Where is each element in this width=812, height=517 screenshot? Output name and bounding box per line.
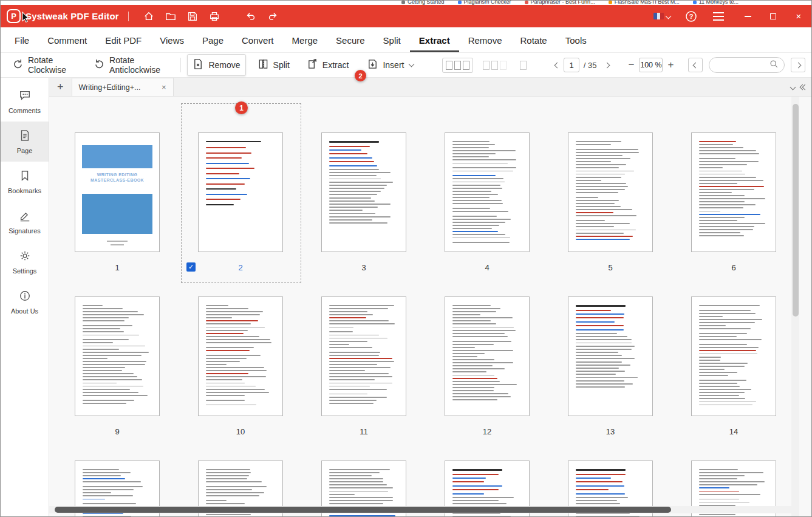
tab-close-icon[interactable]: × (162, 83, 166, 92)
bookmark-favicon (525, 1, 528, 4)
menu-item-split[interactable]: Split (374, 29, 410, 52)
toolbar: Rotate Clockwise Rotate Anticlockwise Re… (1, 53, 811, 78)
page-label-row: 1 (75, 262, 160, 273)
page-thumbnail[interactable] (75, 296, 160, 416)
page-thumbnail[interactable]: WRITING EDITINGMASTERCLASS-EBOOK (75, 132, 160, 252)
rotate-anticlockwise-button[interactable]: Rotate Anticlockwise (88, 51, 174, 79)
language-selector[interactable] (653, 13, 670, 19)
bookmark-label: Getting Started (408, 1, 445, 5)
menu-hamburger-icon[interactable] (713, 12, 724, 21)
redo-icon[interactable] (262, 8, 284, 24)
menu-item-tools[interactable]: Tools (556, 29, 596, 52)
view-mode-single-button[interactable] (516, 58, 530, 73)
page-cell: 6 (691, 132, 776, 273)
search-input[interactable] (709, 57, 785, 73)
next-page-button[interactable] (601, 62, 613, 69)
previous-page-button[interactable] (551, 62, 564, 69)
bookmark-item-flashsale-masti-best-m[interactable]: FlashSale MaSTI Best M... (609, 1, 680, 5)
remove-button[interactable]: Remove (187, 54, 245, 76)
page-thumbnail[interactable] (691, 132, 776, 252)
maximize-button[interactable] (760, 7, 786, 26)
page-number: 12 (483, 427, 491, 436)
menu-item-comment[interactable]: Comment (38, 29, 96, 52)
sidebar-item-label: About Us (11, 307, 38, 315)
page-thumbnail[interactable] (691, 296, 776, 416)
vertical-scrollbar-thumb[interactable] (793, 104, 799, 317)
sidebar-item-comments[interactable]: Comments (1, 81, 49, 122)
menu-bar: FileCommentEdit PDFViewsPageConvertMerge… (1, 27, 811, 53)
bookmark-item-plagiarism-checker[interactable]: Plagiarism Checker (458, 1, 511, 5)
horizontal-scrollbar-thumb[interactable] (55, 507, 671, 513)
open-folder-icon[interactable] (160, 8, 182, 24)
rotate-clockwise-button[interactable]: Rotate Clockwise (7, 51, 83, 79)
close-button[interactable]: × (786, 7, 811, 26)
collapse-toolbar-icon[interactable] (790, 84, 796, 90)
horizontal-scrollbar[interactable] (49, 506, 791, 513)
add-tab-button[interactable]: + (49, 81, 72, 94)
page-cell: 14 (691, 296, 776, 437)
page-label-row: 4 (445, 262, 530, 273)
bookmark-item-getting-started[interactable]: Getting Started (401, 1, 445, 5)
search-previous-button[interactable] (688, 58, 703, 72)
menu-item-secure[interactable]: Secure (327, 29, 374, 52)
bookmark-item-11-monkeys-te[interactable]: 11 Monkeys te... (693, 1, 739, 5)
menu-item-file[interactable]: File (5, 29, 38, 52)
page-thumbnail[interactable] (198, 296, 283, 416)
page-label-row: 14 (691, 426, 776, 437)
minimize-button[interactable] (735, 7, 760, 26)
bookmark-label: FlashSale MaSTI Best M... (615, 1, 680, 5)
bookmark-item-paraphraser-best-funn[interactable]: Paraphraser - Best Funn... (525, 1, 595, 5)
page-label-row: 10 (198, 426, 283, 437)
about-icon (19, 290, 31, 303)
insert-page-icon (367, 58, 378, 72)
page-thumbnail[interactable] (321, 132, 406, 252)
page-number: 4 (485, 263, 489, 272)
view-mode-double-button[interactable] (479, 58, 510, 73)
zoom-level-select[interactable]: 100 % (639, 58, 663, 72)
view-mode-multi-button[interactable] (442, 58, 473, 73)
rotate-anticlockwise-icon (94, 58, 105, 72)
document-tab[interactable]: Writing+Editing+... × (72, 78, 174, 96)
page-thumbnail[interactable] (321, 296, 406, 416)
extract-button[interactable]: Extract (301, 54, 355, 76)
menu-item-convert[interactable]: Convert (233, 29, 283, 52)
page-label-row: 9 (75, 426, 160, 437)
page-label-row: 11 (321, 426, 406, 437)
sidebar-item-page[interactable]: Page (1, 122, 49, 162)
sidebar-item-signatures[interactable]: Signatures (1, 202, 49, 242)
page-thumbnail[interactable] (568, 132, 653, 252)
page-cell: 12 (445, 296, 530, 437)
menu-item-merge[interactable]: Merge (283, 29, 327, 52)
insert-button[interactable]: Insert (361, 54, 419, 76)
tutorial-step-2-badge: 2 (355, 70, 366, 81)
sidebar-item-bookmarks[interactable]: Bookmarks (1, 162, 49, 202)
bookmark-favicon (458, 1, 462, 4)
home-icon[interactable] (138, 8, 160, 24)
undo-icon[interactable] (240, 8, 262, 24)
search-next-button[interactable] (791, 58, 805, 72)
page-thumbnail[interactable] (445, 296, 530, 416)
vertical-scrollbar[interactable] (791, 97, 799, 516)
save-icon[interactable] (182, 8, 203, 24)
sidebar-item-about-us[interactable]: About Us (1, 282, 49, 322)
bookmark-favicon (609, 1, 612, 4)
menu-item-edit-pdf[interactable]: Edit PDF (96, 29, 151, 52)
chevron-down-icon (409, 61, 415, 67)
print-icon[interactable] (203, 8, 225, 24)
menu-item-page[interactable]: Page (193, 29, 233, 52)
collapse-panel-icon[interactable] (802, 85, 807, 89)
menu-item-views[interactable]: Views (151, 29, 193, 52)
menu-item-extract[interactable]: Extract (410, 29, 459, 52)
page-number-input[interactable]: 1 (564, 58, 579, 72)
sidebar-item-settings[interactable]: Settings (1, 242, 49, 282)
title-bar: P Systweak PDF Editor ? × (1, 5, 811, 27)
menu-item-remove[interactable]: Remove (459, 29, 511, 52)
zoom-in-button[interactable]: + (663, 59, 678, 71)
bookmark-label: 11 Monkeys te... (699, 1, 739, 5)
split-button[interactable]: Split (252, 54, 295, 76)
menu-item-rotate[interactable]: Rotate (511, 29, 556, 52)
page-thumbnail[interactable] (445, 132, 530, 252)
page-thumbnail[interactable] (568, 296, 653, 416)
help-icon[interactable]: ? (680, 8, 702, 24)
zoom-out-button[interactable]: − (623, 59, 639, 71)
